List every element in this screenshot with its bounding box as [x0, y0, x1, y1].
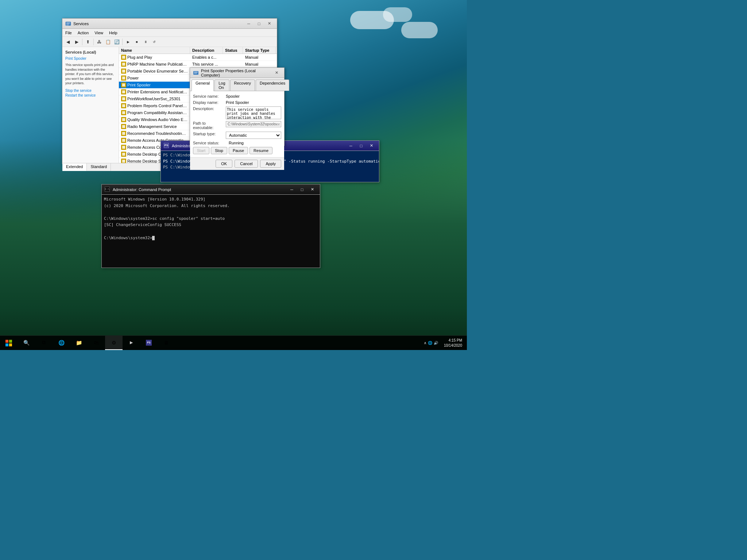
- tb-up-btn[interactable]: ⬆: [84, 38, 92, 46]
- menu-action[interactable]: Action: [75, 29, 92, 36]
- tab-recovery[interactable]: Recovery: [230, 79, 255, 91]
- tb-back-btn[interactable]: ◀: [64, 38, 72, 46]
- ok-btn[interactable]: OK: [216, 160, 232, 168]
- tab-general[interactable]: General: [191, 79, 214, 91]
- clock-time: 4:15 PM: [444, 338, 462, 343]
- start-btn[interactable]: Start: [193, 147, 209, 154]
- taskbar-taskview[interactable]: ⧉: [35, 336, 53, 350]
- taskbar-ps[interactable]: PS: [140, 336, 158, 350]
- tb-forward-btn[interactable]: ▶: [73, 38, 81, 46]
- cmd-maximize-btn[interactable]: □: [297, 186, 307, 193]
- col-logon[interactable]: Log On As: [276, 47, 277, 54]
- cmd-titlebar[interactable]: C:\ Administrator: Command Prompt ─ □ ✕: [102, 184, 320, 195]
- svg-rect-9: [122, 90, 125, 93]
- services-titlebar[interactable]: Services ─ □ ✕: [62, 19, 277, 29]
- path-input[interactable]: [226, 121, 281, 127]
- tb-connect-btn[interactable]: 🖧: [95, 38, 103, 46]
- properties-titlebar[interactable]: Print Spooler Properties (Local Computer…: [190, 68, 284, 78]
- taskbar-terminal[interactable]: 🖥: [158, 336, 175, 350]
- taskbar-explorer[interactable]: 📁: [70, 336, 88, 350]
- restart-service-link[interactable]: Restart the service: [65, 93, 116, 97]
- services-maximize-btn[interactable]: □: [254, 20, 264, 27]
- col-description[interactable]: Description: [190, 47, 223, 54]
- service-icon: [121, 62, 126, 67]
- taskbar-edge[interactable]: 🌐: [53, 336, 70, 350]
- services-close-btn[interactable]: ✕: [264, 20, 274, 27]
- chevron-icon[interactable]: ∧: [424, 341, 426, 345]
- ps-taskbar-icon: PS: [146, 340, 152, 346]
- services-minimize-btn[interactable]: ─: [244, 20, 253, 27]
- service-name-cell: Recommended Troubleshooting Service: [119, 130, 190, 137]
- menu-file[interactable]: File: [62, 29, 75, 36]
- svg-rect-4: [122, 56, 125, 59]
- svc-name-label: Service name:: [193, 94, 226, 98]
- cmd-line-6: [104, 228, 318, 235]
- tab-extended[interactable]: Extended: [62, 163, 87, 171]
- service-name-cell: Portable Device Enumerator Service: [119, 68, 190, 74]
- menu-help[interactable]: Help: [106, 29, 120, 36]
- tb-export-btn[interactable]: ▶: [124, 38, 132, 46]
- taskbar-store[interactable]: 🛍: [88, 336, 105, 350]
- col-name[interactable]: Name: [119, 47, 190, 54]
- tb-properties-btn[interactable]: 📋: [104, 38, 112, 46]
- apply-btn[interactable]: Apply: [260, 160, 281, 168]
- services-window-controls: ─ □ ✕: [244, 20, 274, 27]
- tab-logon[interactable]: Log On: [214, 79, 229, 91]
- menu-view[interactable]: View: [92, 29, 106, 36]
- svg-rect-1: [66, 23, 70, 23]
- stop-service-link[interactable]: Stop the service: [65, 89, 116, 93]
- ps-maximize-btn[interactable]: □: [356, 142, 366, 149]
- settings-icon: ⚙: [110, 339, 117, 346]
- col-status[interactable]: Status: [223, 47, 243, 54]
- service-name: Print Spooler: [127, 83, 151, 87]
- svg-rect-6: [122, 70, 125, 73]
- svg-rect-12: [122, 111, 125, 114]
- tb-separator-2: [93, 39, 94, 45]
- services-toolbar: ◀ ▶ ⬆ 🖧 📋 🔄 ▶ ■ ⏸ ↺: [62, 37, 277, 47]
- tb-pause-btn[interactable]: ⏸: [142, 38, 150, 46]
- ps-minimize-btn[interactable]: ─: [346, 142, 356, 149]
- service-name: Problem Reports Control Panel Support: [127, 104, 188, 108]
- table-row[interactable]: PNRP Machine Name Publication ServiceThi…: [119, 61, 277, 68]
- props-icon: [193, 70, 199, 76]
- props-body: Service name: Spooler Display name: Prin…: [190, 91, 284, 157]
- cmd-close-btn[interactable]: ✕: [307, 186, 317, 193]
- taskbar-settings[interactable]: ⚙: [105, 336, 123, 350]
- stop-btn[interactable]: Stop: [211, 147, 227, 154]
- cmd-cursor: [152, 236, 155, 240]
- tab-standard[interactable]: Standard: [87, 163, 111, 171]
- show-desktop-btn[interactable]: [465, 336, 467, 350]
- resume-btn[interactable]: Resume: [249, 147, 272, 154]
- cancel-btn[interactable]: Cancel: [235, 160, 258, 168]
- service-icon: [121, 110, 126, 115]
- startup-select[interactable]: Automatic Manual Disabled: [226, 132, 281, 139]
- startup-label: Startup type:: [193, 132, 226, 136]
- svg-rect-18: [122, 153, 125, 156]
- props-action-buttons: Start Stop Pause Resume: [193, 147, 281, 154]
- explorer-icon: 📁: [75, 339, 82, 346]
- desc-textarea[interactable]: This service spools print jobs and handl…: [226, 106, 281, 119]
- start-button[interactable]: [0, 336, 18, 350]
- cmd-line-5: [SC] ChangeServiceConfig SUCCESS: [104, 222, 318, 228]
- tb-restart-btn[interactable]: ↺: [150, 38, 158, 46]
- taskbar-clock[interactable]: 4:15 PM 10/14/2020: [441, 338, 465, 348]
- tab-dependencies[interactable]: Dependencies: [256, 79, 289, 91]
- taskbar-cmd[interactable]: ▶: [123, 336, 140, 350]
- cmd-body[interactable]: Microsoft Windows [Version 10.0.19041.32…: [102, 195, 320, 268]
- svg-rect-3: [66, 25, 69, 26]
- properties-title: Print Spooler Properties (Local Computer…: [201, 69, 270, 77]
- service-name: PNRP Machine Name Publication Service: [127, 62, 188, 66]
- pause-btn[interactable]: Pause: [229, 147, 248, 154]
- cmd-minimize-btn[interactable]: ─: [287, 186, 297, 193]
- taskbar-search[interactable]: 🔍: [18, 336, 35, 350]
- left-panel-link[interactable]: Print Spooler: [65, 57, 116, 61]
- svg-rect-2: [66, 24, 69, 24]
- service-name-cell: Print Spooler: [119, 82, 190, 88]
- tb-refresh-btn[interactable]: 🔄: [113, 38, 121, 46]
- props-close-btn[interactable]: ✕: [272, 69, 281, 77]
- ps-close-btn[interactable]: ✕: [367, 142, 376, 149]
- service-name: Program Compatibility Assistant Service: [127, 110, 188, 115]
- tb-stop-btn[interactable]: ■: [133, 38, 141, 46]
- table-row[interactable]: Plug and PlayEnables a c...ManualLocal S…: [119, 54, 277, 61]
- col-startup[interactable]: Startup Type: [243, 47, 276, 54]
